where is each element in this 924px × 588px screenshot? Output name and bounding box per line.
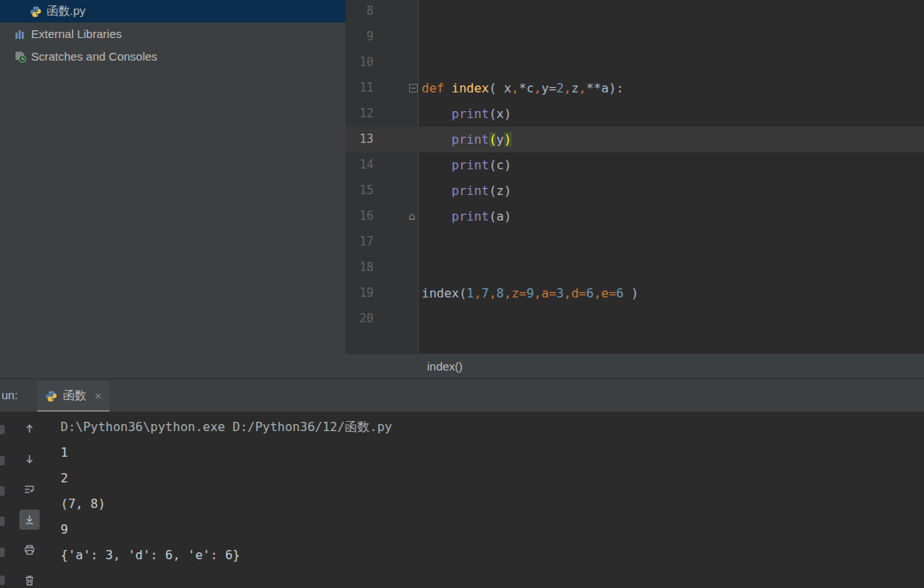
- console-line: 2: [61, 465, 924, 491]
- run-panel: un: 函数 × D:\Python36\python.exe D:/Pytho…: [0, 378, 924, 588]
- code-line-11[interactable]: 11−def index( x,*c,y=2,z,**a):: [346, 75, 924, 101]
- code-line-13[interactable]: 13 print(y): [346, 127, 924, 152]
- console-line: 9: [61, 517, 924, 542]
- stripe-mark: [0, 576, 5, 585]
- line-number[interactable]: 19: [346, 280, 373, 306]
- project-item[interactable]: 函数.py: [0, 0, 346, 23]
- code-text: def index( x,*c,y=2,z,**a):: [422, 75, 624, 101]
- print-icon: [23, 544, 36, 556]
- line-number[interactable]: 15: [346, 178, 373, 204]
- line-number[interactable]: 12: [346, 101, 373, 127]
- console-output[interactable]: D:\Python36\python.exe D:/Python36/12/函数…: [61, 414, 924, 588]
- run-tab-title: 函数: [63, 388, 86, 403]
- editor-code[interactable]: 891011−def index( x,*c,y=2,z,**a):12 pri…: [346, 0, 924, 353]
- project-item-label: 函数.py: [47, 4, 85, 19]
- code-text: print(c): [422, 152, 512, 178]
- code-line-15[interactable]: 15 print(z): [346, 178, 924, 204]
- line-number[interactable]: 8: [346, 0, 373, 24]
- print-button[interactable]: [19, 540, 40, 560]
- up-arrow-button[interactable]: [19, 419, 40, 439]
- code-text: print(y): [422, 127, 512, 152]
- code-text: print(a): [422, 204, 512, 229]
- clear-button[interactable]: [19, 570, 40, 588]
- stripe-mark: [0, 486, 5, 496]
- line-number[interactable]: 13: [346, 127, 373, 152]
- line-number[interactable]: 11: [346, 75, 373, 101]
- code-line-12[interactable]: 12 print(x): [346, 101, 924, 127]
- breadcrumb-bar: index(): [346, 353, 924, 378]
- line-number[interactable]: 9: [346, 24, 373, 50]
- code-line-20[interactable]: 20: [346, 306, 924, 332]
- code-line-17[interactable]: 17: [346, 229, 924, 255]
- stripe-mark: [0, 517, 5, 526]
- code-text: print(x): [422, 101, 512, 127]
- run-window-label: un:: [2, 379, 18, 412]
- code-line-8[interactable]: 8: [346, 0, 924, 24]
- code-text: print(z): [422, 178, 512, 204]
- stripe-mark: [0, 456, 5, 465]
- run-console: D:\Python36\python.exe D:/Python36/12/函数…: [0, 412, 924, 588]
- external-libraries-icon: [14, 28, 26, 40]
- soft-wrap-button[interactable]: [19, 479, 40, 499]
- python-file-icon: [30, 5, 42, 18]
- breadcrumb-scope[interactable]: index(): [427, 354, 463, 378]
- code-line-16[interactable]: 16⌂ print(a): [346, 204, 924, 229]
- fold-end-icon[interactable]: ⌂: [408, 204, 415, 229]
- soft-wrap-icon: [23, 483, 36, 496]
- down-arrow-icon: [23, 453, 36, 465]
- line-number[interactable]: 20: [346, 306, 373, 332]
- code-line-10[interactable]: 10: [346, 50, 924, 75]
- stripe-mark: [0, 548, 5, 557]
- line-number[interactable]: 17: [346, 229, 373, 255]
- up-arrow-icon: [23, 423, 36, 435]
- editor-area: 891011−def index( x,*c,y=2,z,**a):12 pri…: [346, 0, 924, 378]
- scroll-to-end-icon: [23, 513, 36, 526]
- console-line: D:\Python36\python.exe D:/Python36/12/函数…: [61, 414, 924, 440]
- code-line-18[interactable]: 18: [346, 255, 924, 280]
- clear-icon: [23, 574, 36, 586]
- project-item[interactable]: Scratches and Consoles: [0, 45, 346, 68]
- code-line-19[interactable]: 19index(1,7,8,z=9,a=3,d=6,e=6 ): [346, 280, 924, 306]
- line-number[interactable]: 16: [346, 204, 373, 229]
- run-tab[interactable]: 函数 ×: [37, 381, 109, 412]
- project-tree: 函数.pyExternal LibrariesScratches and Con…: [0, 0, 346, 68]
- pycharm-window: 函数.pyExternal LibrariesScratches and Con…: [0, 0, 924, 588]
- project-panel: 函数.pyExternal LibrariesScratches and Con…: [0, 0, 346, 378]
- code-line-14[interactable]: 14 print(c): [346, 152, 924, 178]
- project-item[interactable]: External Libraries: [0, 23, 346, 45]
- console-line: {'a': 3, 'd': 6, 'e': 6}: [61, 542, 924, 568]
- close-tab-icon[interactable]: ×: [95, 389, 102, 402]
- code-line-9[interactable]: 9: [346, 24, 924, 50]
- python-icon: [45, 390, 57, 402]
- code-text: index(1,7,8,z=9,a=3,d=6,e=6 ): [422, 280, 638, 306]
- code-lines: 891011−def index( x,*c,y=2,z,**a):12 pri…: [346, 0, 924, 332]
- scratches-icon: [14, 50, 26, 63]
- stripe-mark: [0, 425, 5, 434]
- line-number[interactable]: 18: [346, 255, 373, 280]
- run-header: un: 函数 ×: [0, 379, 924, 412]
- project-item-label: Scratches and Consoles: [31, 50, 158, 63]
- project-item-label: External Libraries: [31, 27, 122, 40]
- down-arrow-button[interactable]: [19, 449, 40, 469]
- line-number[interactable]: 14: [346, 152, 373, 178]
- fold-collapse-icon[interactable]: −: [409, 84, 418, 92]
- scroll-to-end-button[interactable]: [19, 510, 40, 530]
- console-line: (7, 8): [61, 491, 924, 517]
- tool-window-stripe: [0, 412, 8, 588]
- console-toolbar: [11, 419, 48, 588]
- line-number[interactable]: 10: [346, 50, 373, 75]
- console-line: 1: [61, 440, 924, 465]
